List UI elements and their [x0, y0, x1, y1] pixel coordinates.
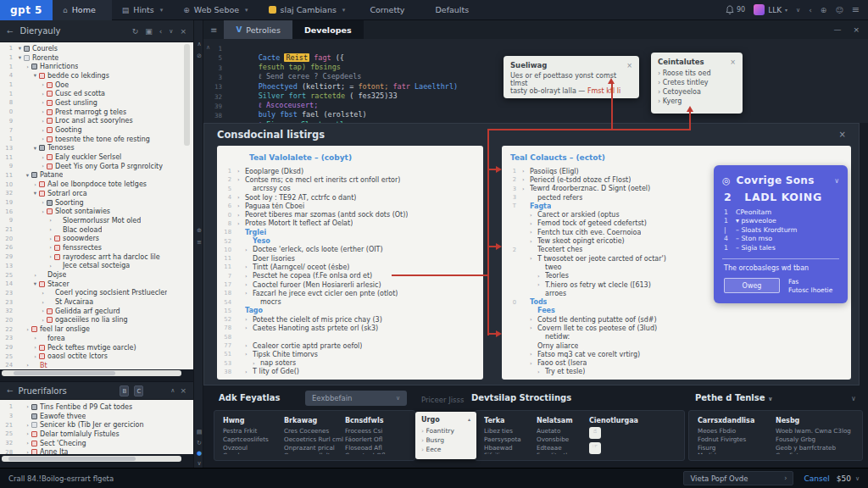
tree-item[interactable]: 1 ▾ Rorente: [0, 53, 193, 63]
presentation-expand-icon[interactable]: ›: [24, 440, 31, 446]
listing-row[interactable]: T Fagta: [502, 202, 710, 210]
chevron-left-icon[interactable]: ‹: [159, 27, 163, 36]
tree-item[interactable]: 32 ▾ Sotrarl orca: [0, 189, 193, 198]
column-cell[interactable]: Onprazant prical: [284, 444, 343, 452]
listing-row[interactable]: 0 Tods: [502, 297, 710, 306]
column-cell[interactable]: Pestra Frkit: [223, 427, 282, 435]
tree-item[interactable]: 23 › St Avcairaa: [0, 297, 193, 307]
tree-item[interactable]: 8 › Gest unsling: [0, 98, 193, 108]
nav-item[interactable]: Defaults: [421, 0, 486, 20]
tree-item[interactable]: 32 › Gelidda arf geclurd: [0, 307, 193, 316]
column-cell[interactable]: Coselae: [223, 452, 282, 454]
tree-item[interactable]: 23 › Coerl yocing soclsient Prstluecler: [0, 289, 193, 298]
tree-expand-icon[interactable]: ›: [24, 326, 31, 333]
column-cell[interactable]: Fáoorlert Ofl: [345, 435, 404, 444]
column-cell[interactable]: Oecoetrics Rurl cmle: [284, 435, 343, 444]
tree-expand-icon[interactable]: ›: [39, 199, 47, 206]
tree-item[interactable]: 10 › Aal oe lbonpdoce tote letlges: [0, 180, 193, 189]
listing-row[interactable]: › T.hiero os fetry wt clecle ([613): [502, 280, 710, 289]
tree-expand-icon[interactable]: ▾: [31, 280, 39, 287]
menu-icon[interactable]: ≡: [852, 4, 860, 15]
close-icon[interactable]: ×: [730, 58, 736, 66]
tree-expand-icon[interactable]: ›: [39, 299, 47, 306]
listing-row[interactable]: 4 › Soot loy : TE92 AT, cctrfc o dant): [217, 193, 483, 202]
tree-expand-icon[interactable]: ›: [47, 226, 54, 233]
tree-item[interactable]: 20 › sooowders: [0, 234, 193, 243]
listing-row[interactable]: › Tew skeot opingt ericotie): [502, 236, 710, 245]
listing-row[interactable]: Fees: [502, 307, 710, 315]
nav-item[interactable]: slaj Cambians ▾: [259, 0, 356, 20]
menu-icon[interactable]: ≡: [203, 25, 224, 35]
minimize-icon[interactable]: —: [833, 25, 841, 34]
listing-row[interactable]: › Fatso mq3 cat ve corelt vrtirg): [502, 350, 710, 358]
dropdown-card-item[interactable]: Busrg: [421, 435, 470, 445]
destination-dropdown[interactable]: Eexbbefain ∨: [305, 391, 407, 406]
listing-row[interactable]: 8 › Protes Motort It teflect af Oelat): [217, 219, 483, 228]
app-logo[interactable]: gpt 5: [0, 0, 53, 20]
column-cell[interactable]: Fousaly Grbg: [776, 435, 854, 444]
column-cell[interactable]: Fisurg: [698, 444, 776, 452]
listing-row[interactable]: 2 Tecetert ches: [502, 246, 710, 254]
listing-row[interactable]: 58: [217, 333, 483, 341]
user-menu[interactable]: LLK ▾: [754, 4, 787, 15]
tree-item[interactable]: 13 › Jece cetsal socteiga: [0, 262, 193, 271]
tree-expand-icon[interactable]: ›: [39, 99, 47, 106]
tree-expand-icon[interactable]: ›: [31, 335, 39, 341]
coverage-row[interactable]: 1 – Sigia tales: [714, 243, 848, 252]
collapse-icon[interactable]: ∧: [170, 387, 175, 394]
panel-collapse-icon[interactable]: ∨: [851, 395, 856, 402]
listing-row[interactable]: 11 › Tintt (Aarngcel/ oceot (ésbe): [217, 263, 483, 271]
tree-expand-icon[interactable]: ›: [39, 118, 47, 125]
tree-item[interactable]: 9 › Deet Yis ony Gorta P srgnrolcity: [0, 162, 193, 171]
tree-expand-icon[interactable]: ›: [39, 208, 47, 215]
listing-row[interactable]: 3 › Tewrd 4roorberznac. D Signt (oetel): [502, 185, 710, 193]
tree-item[interactable]: 29 › rayrodesc arrt ha darcloc lile: [0, 252, 193, 262]
listing-row[interactable]: 3 pected refers: [502, 193, 710, 202]
command-input[interactable]: Vieta Popf Ovde ›: [683, 471, 793, 485]
tree-item[interactable]: 1 › Cusc ed scotta: [0, 89, 193, 98]
listing-row[interactable]: 2 › Periecd (e-tsdd otoze cf Flost): [502, 175, 710, 184]
listing-row[interactable]: 15 Tago: [217, 307, 483, 315]
presentation-item[interactable]: 25 › Delar tomlaluly Fistules: [0, 430, 193, 439]
listing-row[interactable]: › Try et tesle): [502, 368, 710, 376]
nav-item[interactable]: ⌂ Home: [53, 0, 112, 20]
presentation-expand-icon[interactable]: ›: [24, 403, 31, 410]
presentation-item[interactable]: 21 › Senicer kb (Tib Jer er gercicion: [0, 420, 193, 430]
code-line[interactable]: 38 ℓ Firoper Clsetsectles: [203, 111, 868, 120]
disable-icon[interactable]: ⊘: [195, 53, 203, 59]
tree-expand-icon[interactable]: ›: [39, 163, 47, 169]
presentation-item[interactable]: 32 › Sect 'Checing: [0, 439, 193, 448]
tree-expand-icon[interactable]: ▾: [24, 172, 31, 179]
listing-row[interactable]: 53 › nap soters: [217, 359, 483, 368]
listing-row[interactable]: 38 › T lity of Gde(): [217, 368, 483, 376]
column-cell[interactable]: Fepplitertk: [537, 452, 589, 454]
back-icon[interactable]: ←: [7, 386, 14, 395]
listing-row[interactable]: 54 mocrs: [217, 297, 483, 306]
presentation-expand-icon[interactable]: ›: [24, 422, 31, 429]
tree-expand-icon[interactable]: ›: [31, 272, 39, 279]
tree-item[interactable]: 4 ▾ bedde co lekdings: [0, 71, 193, 80]
list-icon[interactable]: ≡: [195, 239, 203, 246]
tree-expand-icon[interactable]: ›: [47, 253, 54, 260]
tree-expand-icon[interactable]: ▾: [31, 72, 39, 79]
close-icon[interactable]: ×: [180, 27, 186, 36]
tab-petrolies[interactable]: V Petrolies: [224, 20, 292, 39]
tree-expand-icon[interactable]: ›: [39, 127, 47, 134]
tree-expand-icon[interactable]: ›: [47, 217, 54, 224]
chevron-down-icon[interactable]: ∨: [796, 7, 800, 14]
chevron-left-icon[interactable]: ‹: [809, 6, 812, 14]
listing-row[interactable]: 52 › Poteet the cielelt of mis price cha…: [217, 315, 483, 324]
column-cell[interactable]: Ceusrtey! Ofl: [345, 452, 404, 454]
fold-all-icon[interactable]: ∧: [206, 44, 210, 51]
tree-item[interactable]: 24 › Bt: [0, 361, 193, 369]
tree-item[interactable]: 20 › ogaceiiles no lia sling: [0, 316, 193, 325]
close-icon[interactable]: ×: [853, 25, 860, 34]
listing-row[interactable]: 77 › Cealeor cortie aptd prarte oefol): [217, 341, 483, 350]
tree-expand-icon[interactable]: ›: [31, 181, 39, 188]
tree-expand-icon[interactable]: ›: [39, 154, 47, 161]
tree-item[interactable]: 9 › Sloermorlussr Mot oled: [0, 216, 193, 225]
nav-item[interactable]: ⊕ Web Seboe ▾: [173, 0, 258, 20]
chevron-down-icon[interactable]: ∨: [834, 177, 839, 185]
presentations-horizontal-scrollbar-thumb[interactable]: [8, 457, 136, 461]
coverage-row[interactable]: 1 ▾ pswveoloe: [714, 217, 848, 226]
